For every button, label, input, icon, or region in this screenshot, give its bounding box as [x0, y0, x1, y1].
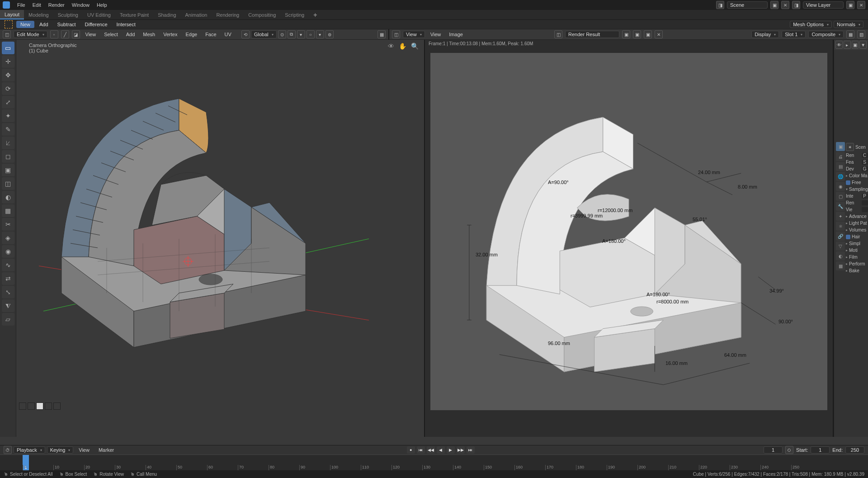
viewport-samples-field[interactable]	[862, 207, 868, 212]
hair-panel[interactable]: Hair	[852, 234, 868, 239]
inset-tool-icon[interactable]: ◫	[2, 177, 14, 190]
freestyle-checkbox[interactable]	[846, 180, 850, 185]
render-slot-dropdown[interactable]: Slot 1	[782, 31, 806, 38]
polybuild-tool-icon[interactable]: ◈	[2, 232, 14, 244]
edge-select-icon[interactable]: ╱	[61, 30, 69, 38]
viewport-menu-view[interactable]: View	[83, 32, 99, 37]
tab-animation[interactable]: Animation	[181, 10, 212, 19]
spin-tool-icon[interactable]: ◉	[2, 245, 14, 258]
viewport-menu-mesh[interactable]: Mesh	[140, 32, 158, 37]
viewport-pan-icon[interactable]: ✋	[399, 43, 406, 50]
start-frame-field[interactable]: 1	[811, 446, 830, 454]
world-props-tab-icon[interactable]: ◉	[836, 182, 845, 191]
feature-set-dropdown[interactable]: S	[862, 160, 868, 165]
vertex-select-icon[interactable]: ▫	[50, 30, 58, 38]
proportional-dropdown-icon[interactable]: ▾	[316, 30, 324, 38]
scene-new-icon[interactable]: ▣	[770, 1, 778, 9]
render-image-browse-icon[interactable]: ◫	[554, 30, 562, 38]
playback-dropdown[interactable]: Playback	[14, 446, 45, 454]
face-select-icon[interactable]: ◪	[72, 30, 80, 38]
volumes-panel[interactable]: Volumes	[849, 227, 868, 232]
cursor-tool-icon[interactable]	[5, 20, 13, 28]
render-result-field[interactable]: Render Result	[565, 31, 619, 38]
constraint-props-tab-icon[interactable]: 🔗	[836, 232, 845, 241]
scene-props-tab-icon[interactable]: 🌐	[836, 172, 845, 181]
render-close-icon[interactable]: ✕	[655, 30, 663, 38]
viewport-menu-uv[interactable]: UV	[222, 32, 234, 37]
outliner-eye-icon[interactable]: 👁	[835, 41, 843, 49]
particle-props-tab-icon[interactable]: ✦	[836, 212, 845, 221]
end-frame-field[interactable]: 250	[845, 446, 864, 454]
rendered-mode-icon[interactable]	[45, 402, 52, 410]
performance-panel[interactable]: Perform	[849, 261, 868, 266]
normals-dropdown[interactable]: Normals	[834, 21, 863, 28]
render-display-dropdown[interactable]: Display	[751, 31, 779, 38]
bevel-tool-icon[interactable]: ◐	[2, 191, 14, 204]
tab-sculpting[interactable]: Sculpting	[53, 10, 83, 19]
viewport-zoom-icon[interactable]: 🔍	[411, 43, 419, 50]
preview-range-icon[interactable]: ⏲	[785, 446, 793, 454]
render-color-icon[interactable]: ▦	[846, 30, 854, 38]
viewport-filters-icon[interactable]: ▦	[377, 30, 386, 38]
keying-dropdown[interactable]: Keying	[47, 446, 74, 454]
simplify-panel[interactable]: Simpl	[849, 241, 868, 246]
viewlayer-props-tab-icon[interactable]: ▤	[836, 162, 845, 171]
menu-file[interactable]: File	[14, 2, 29, 8]
measure-tool-icon[interactable]: ⟀	[2, 137, 14, 149]
tab-modeling[interactable]: Modeling	[24, 10, 53, 19]
lightpaths-panel[interactable]: Light Pat	[849, 221, 868, 226]
viewlayer-new-icon[interactable]: ▣	[846, 1, 854, 9]
prev-keyframe-icon[interactable]: ◀◀	[427, 446, 435, 454]
timeline-marker-menu[interactable]: Marker	[95, 447, 118, 453]
hair-checkbox[interactable]	[846, 235, 850, 239]
render-channels-icon[interactable]: ▧	[857, 30, 865, 38]
render-slot-b-icon[interactable]: ▣	[633, 30, 641, 38]
bake-panel[interactable]: Bake	[849, 268, 868, 273]
viewport-menu-face[interactable]: Face	[203, 32, 219, 37]
render-props-tab-icon[interactable]: ▣	[836, 142, 845, 151]
render-menu-image[interactable]: Image	[446, 32, 466, 37]
tab-add-workspace[interactable]: +	[309, 10, 321, 19]
timeline-editor-icon[interactable]: ⏱	[4, 446, 12, 454]
material-props-tab-icon[interactable]: ◐	[836, 251, 845, 260]
viewport-menu-edge[interactable]: Edge	[183, 32, 200, 37]
next-keyframe-icon[interactable]: ▶▶	[457, 446, 465, 454]
mesh-options-dropdown[interactable]: Mesh Options	[790, 21, 832, 28]
bool-intersect-button[interactable]: Intersect	[113, 21, 140, 28]
viewlayer-delete-icon[interactable]: ✕	[857, 1, 865, 9]
move-tool-icon[interactable]: ✥	[2, 69, 14, 81]
mesh-props-tab-icon[interactable]: ▽	[836, 241, 845, 251]
viewport-menu-select[interactable]: Select	[101, 32, 121, 37]
sampling-panel[interactable]: Sampling	[849, 187, 868, 192]
loopcut-tool-icon[interactable]: ▦	[2, 204, 14, 217]
snap-icon[interactable]: ⧉	[288, 30, 296, 38]
play-reverse-icon[interactable]: ◀	[437, 446, 445, 454]
cursor-tool-icon[interactable]: ✛	[2, 55, 14, 68]
wireframe-mode-icon[interactable]	[19, 402, 26, 410]
add-cube-tool-icon[interactable]: ◻	[2, 150, 14, 163]
outliner-filter-icon[interactable]: ▼	[859, 41, 867, 49]
smooth-tool-icon[interactable]: ∿	[2, 259, 14, 271]
editor-type-icon[interactable]: ◫	[3, 30, 11, 38]
tab-shading[interactable]: Shading	[153, 10, 180, 19]
rip-tool-icon[interactable]: ⧨	[2, 299, 14, 312]
object-props-tab-icon[interactable]: ▢	[836, 192, 845, 201]
orientation-icon[interactable]: ⟲	[241, 30, 250, 38]
tab-texturepaint[interactable]: Texture Paint	[115, 10, 153, 19]
viewport-camera-icon[interactable]: 👁	[388, 43, 394, 50]
render-menu-view[interactable]: View	[428, 32, 444, 37]
extrude-tool-icon[interactable]: ▣	[2, 164, 14, 176]
select-box-tool-icon[interactable]: ▭	[2, 42, 14, 54]
transform-tool-icon[interactable]: ✦	[2, 109, 14, 122]
motionblur-panel[interactable]: Moti	[849, 248, 868, 253]
annotate-tool-icon[interactable]: ✎	[2, 123, 14, 136]
timeline-ruler[interactable]: 1 01020304050607080901001101201301401501…	[0, 454, 868, 470]
tab-layout[interactable]: Layout	[0, 10, 24, 19]
render-viewer[interactable]: Frame:1 | Time:00:13.08 | Mem:1.60M, Pea…	[425, 40, 833, 437]
knife-tool-icon[interactable]: ✂	[2, 218, 14, 231]
bool-difference-button[interactable]: Difference	[81, 21, 112, 28]
tab-compositing[interactable]: Compositing	[244, 10, 280, 19]
mode-dropdown[interactable]: Edit Mode	[14, 31, 47, 38]
device-dropdown[interactable]: G	[862, 166, 868, 171]
menu-edit[interactable]: Edit	[29, 2, 45, 8]
